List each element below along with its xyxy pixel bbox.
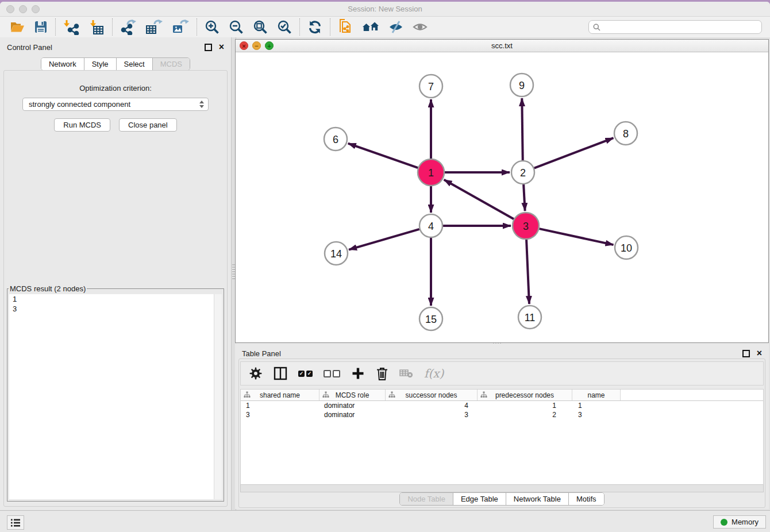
- open-session-icon[interactable]: [10, 18, 25, 36]
- graph-node-label: 4: [428, 221, 434, 232]
- network-canvas[interactable]: 7968124314101511: [236, 52, 768, 342]
- result-scrollbar[interactable]: [214, 294, 222, 499]
- zoom-out-icon[interactable]: [229, 18, 244, 36]
- graph-node-label: 11: [525, 312, 536, 323]
- graph-edge-2-9[interactable]: [522, 98, 522, 160]
- show-panel-icon[interactable]: [413, 18, 428, 36]
- table-panel-title: Table Panel: [242, 349, 281, 358]
- graph-edge-1-6[interactable]: [348, 144, 418, 168]
- graph-node-label: 14: [330, 248, 342, 260]
- node-table[interactable]: shared name MCDS role successor nodes: [240, 389, 764, 488]
- clone-network-icon[interactable]: [338, 18, 353, 36]
- mcds-result-list[interactable]: 1 3: [9, 294, 222, 499]
- column-header-shared-name[interactable]: shared name: [241, 390, 319, 400]
- column-header-mcds-role[interactable]: MCDS role: [319, 390, 386, 400]
- delete-table-icon: [399, 365, 413, 382]
- criterion-value: strongly connected component: [29, 100, 130, 109]
- export-network-icon[interactable]: [120, 18, 136, 36]
- export-table-icon[interactable]: [145, 18, 163, 36]
- import-network-icon[interactable]: [63, 18, 79, 36]
- graph-edge-3-1[interactable]: [444, 180, 514, 219]
- main-toolbar: [0, 17, 770, 38]
- minimize-network-button[interactable]: −: [252, 41, 261, 50]
- graph-edge-2-8[interactable]: [534, 138, 614, 168]
- main-area: Control Panel × Network Style Select MCD…: [0, 37, 770, 510]
- graph-edge-4-14[interactable]: [349, 229, 419, 250]
- run-mcds-button[interactable]: Run MCDS: [54, 118, 110, 132]
- task-history-button[interactable]: [7, 515, 24, 530]
- memory-status-icon: [721, 519, 727, 526]
- tab-select[interactable]: Select: [116, 58, 152, 70]
- tab-edge-table[interactable]: Edge Table: [453, 493, 506, 505]
- refresh-network-view-icon[interactable]: [307, 18, 322, 36]
- hide-panel-icon[interactable]: [388, 18, 403, 36]
- tab-motifs[interactable]: Motifs: [568, 493, 604, 505]
- close-panel-icon[interactable]: ×: [757, 350, 762, 356]
- column-header-successor-nodes[interactable]: successor nodes: [386, 390, 478, 400]
- close-panel-button[interactable]: Close panel: [119, 118, 177, 132]
- table-row[interactable]: 3 dominator 3 2 3: [241, 410, 763, 419]
- maximize-network-button[interactable]: +: [265, 41, 274, 50]
- window-title: Session: New Session: [0, 5, 770, 13]
- select-all-icon[interactable]: ✓✓: [298, 371, 313, 377]
- column-header-name[interactable]: name: [572, 390, 621, 400]
- hierarchy-icon: [322, 391, 329, 398]
- delete-column-trash-icon[interactable]: [376, 365, 388, 382]
- graph-node-label: 3: [523, 221, 529, 232]
- dropdown-stepper-icon: [199, 101, 206, 108]
- tab-network-table[interactable]: Network Table: [506, 493, 568, 505]
- function-builder-icon: f(x): [424, 367, 444, 380]
- deselect-all-icon[interactable]: [324, 370, 340, 377]
- search-icon: [593, 24, 600, 31]
- control-panel: Control Panel × Network Style Select MCD…: [0, 37, 231, 510]
- hierarchy-icon: [480, 391, 487, 398]
- search-field[interactable]: [588, 20, 762, 34]
- graph-edge-3-10[interactable]: [539, 229, 613, 245]
- zoom-selected-icon[interactable]: [277, 18, 292, 36]
- save-session-icon[interactable]: [34, 18, 48, 36]
- add-column-icon[interactable]: [351, 365, 365, 382]
- mcds-panel: Optimization criterion: strongly connect…: [3, 70, 228, 507]
- float-panel-icon[interactable]: [742, 350, 750, 357]
- result-line: 1: [9, 294, 222, 304]
- titlebar: Session: New Session: [0, 2, 770, 17]
- export-image-icon[interactable]: [172, 18, 189, 36]
- zoom-in-icon[interactable]: [205, 18, 220, 36]
- zoom-fit-icon[interactable]: [253, 18, 268, 36]
- tab-node-table[interactable]: Node Table: [400, 493, 453, 505]
- graph-node-label: 1: [428, 167, 434, 179]
- control-panel-title: Control Panel: [7, 43, 52, 52]
- import-table-icon[interactable]: [88, 18, 105, 36]
- app-window: Session: New Session: [0, 2, 770, 532]
- tab-network[interactable]: Network: [41, 58, 84, 70]
- graph-node-label: 6: [333, 134, 338, 145]
- optimization-criterion-label: Optimization criterion:: [4, 84, 227, 92]
- result-line: 3: [9, 304, 222, 314]
- criterion-dropdown[interactable]: strongly connected component: [22, 98, 209, 111]
- close-network-button[interactable]: ×: [240, 41, 248, 50]
- tab-mcds[interactable]: MCDS: [152, 58, 190, 70]
- close-panel-icon[interactable]: ×: [219, 44, 224, 50]
- show-network-overview-icon[interactable]: [362, 18, 379, 36]
- control-panel-header: Control Panel ×: [0, 37, 231, 55]
- memory-label: Memory: [732, 518, 759, 526]
- mcds-result-box: MCDS result (2 nodes) 1 3: [7, 284, 224, 502]
- tab-style[interactable]: Style: [84, 58, 116, 70]
- table-row[interactable]: 1 dominator 4 1 1: [241, 401, 763, 410]
- table-horizontal-scrollbar[interactable]: [240, 484, 764, 492]
- graph-node-label: 9: [519, 80, 525, 91]
- status-bar: Memory: [0, 510, 770, 532]
- hierarchy-icon: [244, 391, 251, 398]
- column-header-predecessor-nodes[interactable]: predecessor nodes: [478, 390, 572, 400]
- search-input[interactable]: [603, 22, 757, 32]
- graph-node-label: 8: [623, 128, 629, 140]
- list-icon: [10, 518, 21, 527]
- mcds-result-title: MCDS result (2 nodes): [9, 284, 87, 293]
- graph-edge-2-3[interactable]: [523, 184, 525, 211]
- split-panel-icon[interactable]: [274, 365, 287, 382]
- table-options-gear-icon[interactable]: [249, 365, 263, 382]
- memory-button[interactable]: Memory: [713, 515, 766, 529]
- graph-node-label: 15: [425, 314, 437, 325]
- graph-edge-3-11[interactable]: [526, 240, 529, 304]
- float-panel-icon[interactable]: [205, 44, 212, 51]
